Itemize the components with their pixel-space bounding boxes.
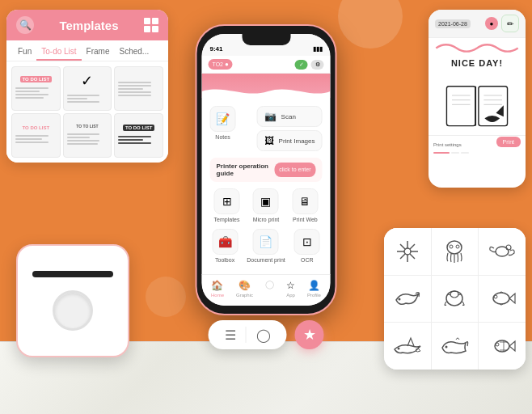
menu-icon[interactable]: ☰ (225, 327, 236, 343)
svg-point-20 (456, 245, 459, 248)
docprint-icon: 📄 (253, 229, 279, 255)
side-actions: 📷 Scan 🖼 Print Images (257, 106, 323, 151)
printer-paper-slot (32, 271, 113, 277)
nav-app[interactable]: ☆ App (286, 280, 295, 298)
microprint-app-icon[interactable]: ▣ Micro print (253, 188, 280, 222)
record-btn[interactable]: ● (485, 17, 498, 30)
phone-container: 9:41 ▮▮▮ TO2 ● ✓ ⚙ (196, 24, 337, 315)
grid-view-icon (144, 18, 158, 32)
nav-home[interactable]: 🏠 Home (211, 280, 224, 298)
notes-icon: 📝 (210, 106, 236, 132)
star-icon: ★ (303, 326, 316, 344)
tropical-fish-drawing (488, 332, 517, 361)
home-circle-icon[interactable]: ◯ (256, 327, 271, 343)
search-icon[interactable]: 🔍 (16, 16, 34, 34)
notes-icon-item[interactable]: 📝 Notes (210, 106, 236, 140)
template-item-1[interactable]: TO DO LIST (11, 66, 61, 111)
wave-svg (202, 83, 331, 98)
printweb-app-icon[interactable]: 🖥 Print Web (292, 188, 318, 222)
tab-frame[interactable]: Frame (82, 44, 115, 61)
scan-action[interactable]: 📷 Scan (257, 106, 323, 127)
animal-cell-9 (479, 323, 526, 370)
svg-point-33 (496, 343, 499, 346)
app-nav-label: App (286, 293, 295, 298)
svg-line-14 (400, 244, 405, 249)
tab-todolist[interactable]: To-do List (36, 44, 81, 61)
phone-battery: ▮▮▮ (313, 45, 323, 53)
docprint-app-icon[interactable]: 📄 Document print (247, 229, 285, 263)
phone-top-bar: TO2 ● ✓ ⚙ (202, 56, 331, 74)
pill-divider (246, 327, 247, 343)
nav-graphic[interactable]: 🎨 Graphic (236, 280, 253, 298)
notes-label: Notes (215, 134, 230, 140)
template-item-2[interactable]: ✓ (63, 66, 112, 111)
animal-cell-4 (384, 276, 431, 323)
ble-label: TO2 (213, 61, 224, 67)
docprint-label: Document print (247, 257, 285, 263)
templates-card: 🔍 Templates Fun To-do List Frame Sched..… (6, 10, 168, 163)
printer-button[interactable] (53, 290, 93, 331)
tab-fun[interactable]: Fun (13, 44, 36, 61)
edit-btn[interactable]: ✏ (501, 15, 519, 32)
animal-cell-1 (384, 228, 431, 275)
graphic-nav-label: Graphic (236, 293, 253, 298)
templates-view-toggle[interactable] (144, 18, 158, 32)
templates-card-title: Templates (59, 19, 118, 32)
tab-schedule[interactable]: Sched... (115, 44, 154, 61)
templates-card-header: 🔍 Templates (6, 10, 168, 40)
template-item-6[interactable]: TO DO LIST (114, 113, 163, 158)
connected-badge: ✓ (295, 60, 308, 70)
settings-badge[interactable]: ⚙ (311, 60, 324, 70)
floating-action-row: ☰ ◯ ★ (209, 320, 324, 349)
svg-point-31 (445, 346, 448, 349)
templates-app-icon[interactable]: ⊞ Templates (214, 188, 240, 222)
printer-guide[interactable]: Printer operation guide click to enter (210, 158, 323, 182)
animal-cell-6 (479, 276, 526, 323)
print-dots (433, 152, 521, 154)
svg-point-24 (446, 291, 462, 306)
deco-dot-2 (146, 277, 186, 317)
printweb-label: Print Web (293, 217, 318, 222)
phone: 9:41 ▮▮▮ TO2 ● ✓ ⚙ (196, 24, 337, 315)
svg-line-15 (410, 254, 415, 259)
star-action-button[interactable]: ★ (295, 320, 324, 349)
animals-grid (384, 228, 526, 370)
template-item-3[interactable] (114, 66, 163, 111)
deco-dot-1 (338, 0, 403, 49)
print-footer-row: Print settings Print (433, 139, 521, 150)
svg-point-29 (494, 295, 497, 298)
phone-screen: 9:41 ▮▮▮ TO2 ● ✓ ⚙ (202, 34, 331, 306)
right-phone-status: 2021-06-28 (435, 19, 471, 28)
print-images-label: Print Images (279, 137, 315, 145)
ocr-icon: ⊡ (294, 229, 320, 255)
home-nav-icon: 🏠 (211, 280, 223, 291)
click-enter-btn[interactable]: click to enter (274, 163, 315, 176)
ble-badge: TO2 ● (209, 59, 233, 70)
home-indicator-icon: ◯ (265, 280, 274, 289)
ocr-app-icon[interactable]: ⊡ OCR (294, 229, 320, 263)
phone-notch (242, 34, 290, 45)
print-button[interactable]: Print (496, 137, 521, 147)
svg-line-16 (410, 244, 415, 249)
nav-profile[interactable]: 👤 Profile (307, 280, 321, 298)
svg-rect-0 (446, 87, 475, 126)
starfish-drawing (393, 237, 422, 266)
squiggle-svg (433, 41, 521, 55)
print-images-action[interactable]: 🖼 Print Images (257, 130, 323, 151)
animals-tablet (384, 228, 526, 370)
template-item-5[interactable]: TO TO LIST (63, 113, 112, 158)
right-phone-header: 2021-06-28 ● ✏ (429, 10, 526, 38)
svg-point-18 (447, 241, 462, 254)
printer-guide-text: Printer operation guide (217, 163, 273, 177)
microprint-label: Micro print (253, 217, 280, 222)
toolbox-app-icon[interactable]: 🧰 Toolbox (212, 229, 238, 263)
scan-icon: 📷 (264, 111, 277, 122)
microprint-icon: ▣ (253, 188, 279, 214)
template-item-4[interactable]: TO DO LIST (11, 113, 61, 158)
book-illustration (441, 71, 513, 132)
ocr-label: OCR (301, 257, 314, 263)
nav-home-indicator[interactable]: ◯ (265, 280, 274, 298)
animal-cell-7 (384, 323, 431, 370)
animal-cell-5 (432, 276, 479, 323)
profile-nav-label: Profile (307, 293, 321, 298)
